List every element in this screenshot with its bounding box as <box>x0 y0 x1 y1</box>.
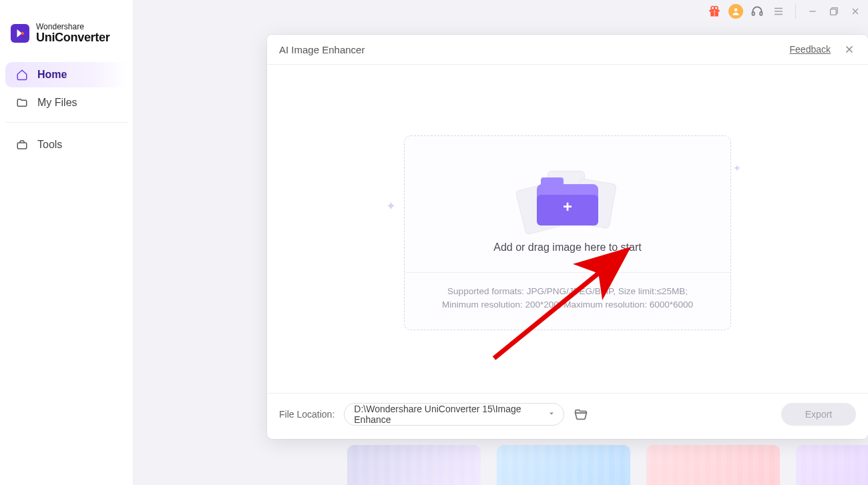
main-area: n AI Image Enhancer Feedback <box>134 0 868 485</box>
divider <box>405 272 730 273</box>
sidebar: Wondershare UniConverter Home My Files T… <box>0 0 134 485</box>
svg-rect-4 <box>714 10 715 17</box>
nav: Home My Files Tools <box>0 62 133 157</box>
app-window: Wondershare UniConverter Home My Files T… <box>0 0 868 485</box>
svg-point-6 <box>714 7 718 10</box>
svg-point-0 <box>21 31 25 35</box>
export-button[interactable]: Export <box>781 403 856 426</box>
user-avatar-icon[interactable] <box>728 4 743 19</box>
dropzone-hint: Supported formats: JPG/PNG/JPEG/BMP, Siz… <box>423 285 712 312</box>
gift-icon[interactable] <box>707 4 722 19</box>
svg-rect-11 <box>831 9 837 15</box>
thumbnail-card[interactable] <box>497 445 630 485</box>
ai-image-enhancer-modal: AI Image Enhancer Feedback <box>267 35 868 439</box>
modal-title: AI Image Enhancer <box>279 44 365 55</box>
file-location-value: D:\Wondershare UniConverter 15\Image Enh… <box>354 404 541 425</box>
folder-plus-icon: + ✦ ✦ <box>423 164 712 225</box>
sidebar-item-home[interactable]: Home <box>5 62 128 87</box>
window-close-icon[interactable] <box>848 4 863 19</box>
separator <box>795 4 796 19</box>
image-dropzone[interactable]: + ✦ ✦ Add or drag image here to start Su… <box>404 135 731 330</box>
thumbnail-card[interactable] <box>796 445 868 485</box>
file-location-select[interactable]: D:\Wondershare UniConverter 15\Image Enh… <box>344 403 564 426</box>
home-icon <box>16 69 28 81</box>
modal-body: + ✦ ✦ Add or drag image here to start Su… <box>267 65 868 393</box>
sidebar-item-label: My Files <box>37 97 77 109</box>
thumbnail-strip <box>347 445 868 485</box>
toolbox-icon <box>16 139 28 151</box>
brand-top: Wondershare <box>36 23 110 31</box>
support-headset-icon[interactable] <box>750 4 765 19</box>
sidebar-item-label: Tools <box>37 139 62 151</box>
brand-logo-icon <box>11 24 29 43</box>
file-location-label: File Location: <box>279 409 335 420</box>
feedback-link[interactable]: Feedback <box>790 44 831 55</box>
dropzone-title: Add or drag image here to start <box>423 241 712 254</box>
thumbnail-card[interactable] <box>347 445 481 485</box>
sidebar-item-tools[interactable]: Tools <box>5 132 128 157</box>
modal-header: AI Image Enhancer Feedback <box>267 35 868 65</box>
brand: Wondershare UniConverter <box>0 20 133 62</box>
hamburger-menu-icon[interactable] <box>771 4 786 19</box>
brand-text: Wondershare UniConverter <box>36 23 110 43</box>
modal-close-icon[interactable] <box>843 43 856 56</box>
sidebar-item-myfiles[interactable]: My Files <box>5 90 128 115</box>
folder-icon <box>16 97 28 109</box>
window-controls <box>707 4 863 19</box>
brand-bot: UniConverter <box>36 31 110 44</box>
svg-point-7 <box>734 8 738 11</box>
nav-divider <box>5 122 128 123</box>
open-folder-icon[interactable] <box>574 407 588 422</box>
window-maximize-icon[interactable] <box>827 4 841 19</box>
svg-rect-1 <box>17 143 27 149</box>
thumbnail-card[interactable] <box>646 445 780 485</box>
svg-rect-9 <box>760 12 762 15</box>
svg-rect-8 <box>752 12 754 15</box>
modal-footer: File Location: D:\Wondershare UniConvert… <box>267 393 868 439</box>
window-minimize-icon[interactable] <box>805 4 820 19</box>
chevron-down-icon <box>548 409 556 420</box>
sidebar-item-label: Home <box>37 69 67 81</box>
